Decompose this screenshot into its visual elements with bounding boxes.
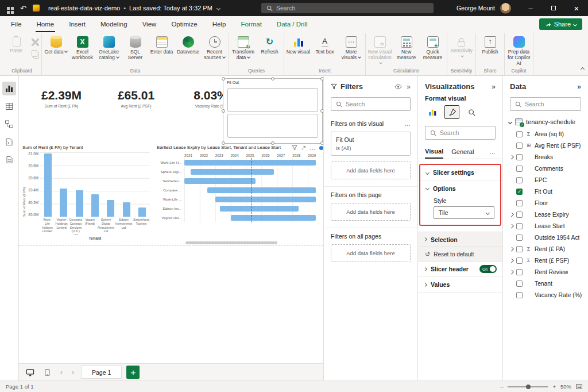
- field-checkbox[interactable]: [516, 154, 523, 160]
- field-checkbox[interactable]: [516, 269, 523, 275]
- field-checkbox[interactable]: [516, 200, 523, 206]
- ribbon-button-cut-icon[interactable]: [30, 38, 40, 47]
- collapse-visualizations-icon[interactable]: [492, 82, 496, 91]
- data-field-rent-psf[interactable]: ΣRent (£ PSF): [503, 255, 588, 266]
- menu-tab-home[interactable]: Home: [29, 16, 62, 32]
- ribbon-button-sensitivity[interactable]: Sensitivity: [448, 35, 474, 60]
- filters-search-input[interactable]: [346, 101, 405, 107]
- tab-general[interactable]: General: [451, 144, 474, 159]
- mobile-layout-icon[interactable]: [41, 366, 53, 379]
- data-field-comments[interactable]: Comments: [503, 163, 588, 174]
- more-options-icon[interactable]: [310, 144, 316, 151]
- rail-dax-query-view[interactable]: [2, 135, 16, 149]
- field-checkbox[interactable]: [516, 258, 523, 264]
- ribbon-button-sql-server[interactable]: SQL Server: [122, 35, 148, 62]
- share-button[interactable]: Share: [539, 18, 582, 30]
- gantt-bar[interactable]: [184, 178, 256, 184]
- data-search-input[interactable]: [525, 101, 576, 107]
- ribbon-button-recent-sources[interactable]: Recent sources: [202, 35, 227, 62]
- menu-tab-insert[interactable]: Insert: [61, 16, 93, 32]
- slicer-tile[interactable]: [227, 88, 318, 112]
- data-field-lease-expiry[interactable]: Lease Expiry: [503, 209, 588, 220]
- gantt-chart-visual[interactable]: Earliest Lease Expiry by Lease Start, Te…: [157, 145, 323, 243]
- format-search[interactable]: [425, 126, 496, 140]
- filters-search[interactable]: [331, 97, 411, 111]
- ribbon-button-get-data[interactable]: Get data: [43, 35, 69, 56]
- focus-mode-icon[interactable]: [301, 145, 306, 151]
- style-dropdown[interactable]: Tile: [434, 206, 494, 219]
- kpi-card[interactable]: £2.39MSum of Rent (£ PA): [32, 89, 91, 108]
- eye-icon[interactable]: [394, 84, 402, 90]
- resize-handle[interactable]: [271, 77, 274, 80]
- app-waffle-icon[interactable]: [7, 7, 10, 10]
- next-page-icon[interactable]: [69, 368, 76, 376]
- data-field-lease-start[interactable]: Lease Start: [503, 220, 588, 232]
- filter-icon[interactable]: [292, 145, 297, 151]
- data-field-vacancy-rate[interactable]: Vacancy Rate (%): [503, 289, 588, 301]
- slicer-header-section[interactable]: Slicer header On: [418, 262, 502, 277]
- ribbon-button-more-visuals[interactable]: More visuals: [338, 35, 364, 62]
- zoom-slider-thumb[interactable]: [526, 385, 531, 389]
- tabs-more-icon[interactable]: [489, 148, 496, 155]
- global-search[interactable]: [261, 3, 434, 13]
- collapse-filters-icon[interactable]: [407, 82, 411, 91]
- bar[interactable]: [107, 200, 114, 217]
- bar-chart-visual[interactable]: Sum of Rent (£ PA) by Tenant Sum of Rent…: [22, 145, 150, 245]
- section-more-icon[interactable]: …: [405, 120, 411, 127]
- resize-handle[interactable]: [222, 77, 225, 80]
- ribbon-collapse-button[interactable]: [581, 65, 584, 72]
- ribbon-button-publish[interactable]: Publish: [477, 35, 503, 56]
- ribbon-button-excel-workbook[interactable]: Excel workbook: [69, 35, 95, 62]
- zoom-level[interactable]: 50%: [560, 383, 571, 390]
- ribbon-button-new-measure[interactable]: New measure: [393, 35, 419, 62]
- maximize-button[interactable]: [542, 0, 565, 16]
- field-checkbox[interactable]: [516, 246, 523, 252]
- data-field-floor[interactable]: Floor: [503, 197, 588, 209]
- field-checkbox[interactable]: [516, 131, 523, 137]
- slicer-header-toggle[interactable]: On: [479, 265, 497, 273]
- field-checkbox[interactable]: [516, 166, 523, 172]
- desktop-layout-icon[interactable]: [24, 366, 36, 379]
- report-canvas[interactable]: £2.39MSum of Rent (£ PA)£65.01Avg Rent (…: [19, 76, 323, 363]
- field-checkbox[interactable]: [516, 280, 523, 287]
- minimize-button[interactable]: [519, 0, 542, 16]
- field-expander-icon[interactable]: [509, 270, 514, 274]
- filter-card[interactable]: Fit Outis (All): [331, 132, 411, 156]
- field-checkbox[interactable]: [516, 177, 523, 183]
- gantt-bar[interactable]: [215, 197, 316, 202]
- title-dropdown-icon[interactable]: [216, 6, 220, 10]
- ribbon-button-onelake-catalog[interactable]: OneLake catalog: [96, 35, 122, 62]
- format-visual-icon[interactable]: [444, 105, 459, 119]
- ribbon-button-paste[interactable]: Paste: [3, 35, 29, 55]
- rail-report-view[interactable]: [2, 82, 16, 95]
- menu-tab-file[interactable]: File: [3, 16, 29, 32]
- rail-tmdl-view[interactable]: [2, 153, 16, 167]
- data-field-outside-1954-act[interactable]: Outside 1954 Act: [503, 232, 588, 243]
- bar[interactable]: [44, 153, 52, 217]
- data-field-breaks[interactable]: Breaks: [503, 151, 588, 163]
- menu-tab-optimize[interactable]: Optimize: [164, 16, 204, 32]
- fit-to-page-icon[interactable]: [576, 384, 582, 389]
- undo-icon[interactable]: [20, 4, 26, 13]
- format-search-input[interactable]: [440, 129, 490, 136]
- resize-handle[interactable]: [320, 77, 323, 80]
- field-expander-icon[interactable]: [509, 258, 514, 263]
- window-title[interactable]: real-estate-data-viz-demo Last saved: To…: [48, 5, 220, 11]
- tab-visual[interactable]: Visual: [425, 144, 443, 159]
- rail-model-view[interactable]: [2, 117, 16, 131]
- menu-tab-data-drill[interactable]: Data / Drill: [269, 16, 315, 32]
- data-field-area-sq-ft[interactable]: ΣArea (sq ft): [503, 128, 588, 140]
- filter-drop-area[interactable]: Add data fields here: [331, 244, 411, 262]
- global-search-input[interactable]: [276, 5, 428, 11]
- bar[interactable]: [123, 202, 130, 217]
- gantt-bar[interactable]: [231, 215, 316, 221]
- values-section[interactable]: Values: [418, 277, 502, 293]
- bar[interactable]: [60, 189, 67, 217]
- bar[interactable]: [76, 190, 83, 217]
- ribbon-button-transform-data[interactable]: Transform data: [230, 35, 256, 62]
- page-tab[interactable]: Page 1: [81, 366, 122, 379]
- gantt-bar[interactable]: [184, 160, 316, 166]
- ribbon-button-copy-icon[interactable]: [30, 49, 40, 57]
- resize-handle[interactable]: [222, 109, 225, 113]
- gantt-bar[interactable]: [191, 169, 274, 175]
